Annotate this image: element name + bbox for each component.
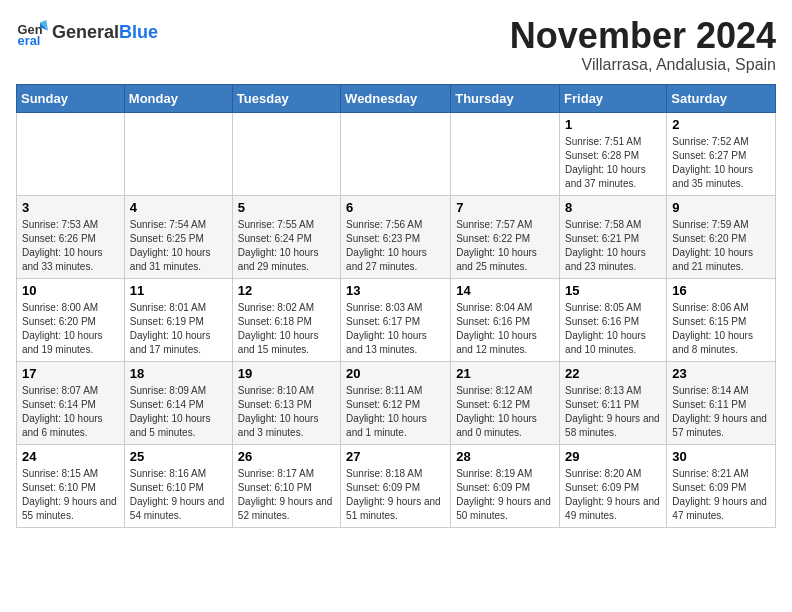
day-number: 24: [22, 449, 119, 464]
calendar-week-row: 3Sunrise: 7:53 AM Sunset: 6:26 PM Daylig…: [17, 195, 776, 278]
day-info: Sunrise: 8:02 AM Sunset: 6:18 PM Dayligh…: [238, 301, 335, 357]
day-number: 1: [565, 117, 661, 132]
day-info: Sunrise: 7:53 AM Sunset: 6:26 PM Dayligh…: [22, 218, 119, 274]
day-info: Sunrise: 8:21 AM Sunset: 6:09 PM Dayligh…: [672, 467, 770, 523]
day-info: Sunrise: 7:51 AM Sunset: 6:28 PM Dayligh…: [565, 135, 661, 191]
day-info: Sunrise: 8:03 AM Sunset: 6:17 PM Dayligh…: [346, 301, 445, 357]
calendar-cell: 26Sunrise: 8:17 AM Sunset: 6:10 PM Dayli…: [232, 444, 340, 527]
calendar-cell: 20Sunrise: 8:11 AM Sunset: 6:12 PM Dayli…: [341, 361, 451, 444]
calendar-cell: 24Sunrise: 8:15 AM Sunset: 6:10 PM Dayli…: [17, 444, 125, 527]
day-info: Sunrise: 8:07 AM Sunset: 6:14 PM Dayligh…: [22, 384, 119, 440]
calendar-cell: 22Sunrise: 8:13 AM Sunset: 6:11 PM Dayli…: [560, 361, 667, 444]
day-number: 16: [672, 283, 770, 298]
calendar-cell: 9Sunrise: 7:59 AM Sunset: 6:20 PM Daylig…: [667, 195, 776, 278]
day-number: 10: [22, 283, 119, 298]
calendar-cell: 2Sunrise: 7:52 AM Sunset: 6:27 PM Daylig…: [667, 112, 776, 195]
day-info: Sunrise: 7:57 AM Sunset: 6:22 PM Dayligh…: [456, 218, 554, 274]
day-number: 5: [238, 200, 335, 215]
day-info: Sunrise: 8:16 AM Sunset: 6:10 PM Dayligh…: [130, 467, 227, 523]
logo: Gen eral GeneralBlue: [16, 16, 158, 48]
calendar-cell: 23Sunrise: 8:14 AM Sunset: 6:11 PM Dayli…: [667, 361, 776, 444]
logo-icon: Gen eral: [16, 16, 48, 48]
day-number: 11: [130, 283, 227, 298]
calendar-cell: [232, 112, 340, 195]
day-number: 18: [130, 366, 227, 381]
calendar-cell: 12Sunrise: 8:02 AM Sunset: 6:18 PM Dayli…: [232, 278, 340, 361]
day-number: 8: [565, 200, 661, 215]
day-info: Sunrise: 7:56 AM Sunset: 6:23 PM Dayligh…: [346, 218, 445, 274]
calendar-cell: 5Sunrise: 7:55 AM Sunset: 6:24 PM Daylig…: [232, 195, 340, 278]
calendar-cell: 6Sunrise: 7:56 AM Sunset: 6:23 PM Daylig…: [341, 195, 451, 278]
day-number: 21: [456, 366, 554, 381]
weekday-header: Tuesday: [232, 84, 340, 112]
day-number: 30: [672, 449, 770, 464]
calendar-cell: [124, 112, 232, 195]
day-info: Sunrise: 8:11 AM Sunset: 6:12 PM Dayligh…: [346, 384, 445, 440]
calendar-cell: 11Sunrise: 8:01 AM Sunset: 6:19 PM Dayli…: [124, 278, 232, 361]
day-number: 3: [22, 200, 119, 215]
day-number: 28: [456, 449, 554, 464]
page-header: Gen eral GeneralBlue November 2024 Villa…: [16, 16, 776, 74]
calendar-cell: 16Sunrise: 8:06 AM Sunset: 6:15 PM Dayli…: [667, 278, 776, 361]
calendar-cell: 29Sunrise: 8:20 AM Sunset: 6:09 PM Dayli…: [560, 444, 667, 527]
calendar-cell: 1Sunrise: 7:51 AM Sunset: 6:28 PM Daylig…: [560, 112, 667, 195]
day-info: Sunrise: 8:06 AM Sunset: 6:15 PM Dayligh…: [672, 301, 770, 357]
day-number: 7: [456, 200, 554, 215]
calendar-header: SundayMondayTuesdayWednesdayThursdayFrid…: [17, 84, 776, 112]
day-number: 15: [565, 283, 661, 298]
day-info: Sunrise: 8:05 AM Sunset: 6:16 PM Dayligh…: [565, 301, 661, 357]
calendar-cell: 27Sunrise: 8:18 AM Sunset: 6:09 PM Dayli…: [341, 444, 451, 527]
calendar-cell: 14Sunrise: 8:04 AM Sunset: 6:16 PM Dayli…: [451, 278, 560, 361]
day-info: Sunrise: 8:20 AM Sunset: 6:09 PM Dayligh…: [565, 467, 661, 523]
day-number: 12: [238, 283, 335, 298]
calendar-cell: 28Sunrise: 8:19 AM Sunset: 6:09 PM Dayli…: [451, 444, 560, 527]
day-number: 26: [238, 449, 335, 464]
day-number: 22: [565, 366, 661, 381]
weekday-header-row: SundayMondayTuesdayWednesdayThursdayFrid…: [17, 84, 776, 112]
calendar-week-row: 24Sunrise: 8:15 AM Sunset: 6:10 PM Dayli…: [17, 444, 776, 527]
calendar-table: SundayMondayTuesdayWednesdayThursdayFrid…: [16, 84, 776, 528]
calendar-body: 1Sunrise: 7:51 AM Sunset: 6:28 PM Daylig…: [17, 112, 776, 527]
day-number: 23: [672, 366, 770, 381]
calendar-week-row: 17Sunrise: 8:07 AM Sunset: 6:14 PM Dayli…: [17, 361, 776, 444]
day-number: 9: [672, 200, 770, 215]
location: Villarrasa, Andalusia, Spain: [510, 56, 776, 74]
calendar-cell: 18Sunrise: 8:09 AM Sunset: 6:14 PM Dayli…: [124, 361, 232, 444]
logo-blue-text: Blue: [119, 22, 158, 42]
day-number: 25: [130, 449, 227, 464]
day-number: 20: [346, 366, 445, 381]
calendar-cell: 19Sunrise: 8:10 AM Sunset: 6:13 PM Dayli…: [232, 361, 340, 444]
calendar-cell: 13Sunrise: 8:03 AM Sunset: 6:17 PM Dayli…: [341, 278, 451, 361]
day-number: 29: [565, 449, 661, 464]
calendar-cell: 7Sunrise: 7:57 AM Sunset: 6:22 PM Daylig…: [451, 195, 560, 278]
day-number: 17: [22, 366, 119, 381]
svg-text:eral: eral: [18, 33, 41, 48]
day-info: Sunrise: 8:12 AM Sunset: 6:12 PM Dayligh…: [456, 384, 554, 440]
day-info: Sunrise: 8:17 AM Sunset: 6:10 PM Dayligh…: [238, 467, 335, 523]
calendar-cell: [451, 112, 560, 195]
day-info: Sunrise: 7:55 AM Sunset: 6:24 PM Dayligh…: [238, 218, 335, 274]
weekday-header: Thursday: [451, 84, 560, 112]
calendar-week-row: 1Sunrise: 7:51 AM Sunset: 6:28 PM Daylig…: [17, 112, 776, 195]
day-number: 14: [456, 283, 554, 298]
day-info: Sunrise: 8:18 AM Sunset: 6:09 PM Dayligh…: [346, 467, 445, 523]
day-info: Sunrise: 7:52 AM Sunset: 6:27 PM Dayligh…: [672, 135, 770, 191]
calendar-cell: 3Sunrise: 7:53 AM Sunset: 6:26 PM Daylig…: [17, 195, 125, 278]
weekday-header: Friday: [560, 84, 667, 112]
calendar-cell: [17, 112, 125, 195]
day-info: Sunrise: 8:13 AM Sunset: 6:11 PM Dayligh…: [565, 384, 661, 440]
day-number: 27: [346, 449, 445, 464]
weekday-header: Sunday: [17, 84, 125, 112]
day-info: Sunrise: 8:10 AM Sunset: 6:13 PM Dayligh…: [238, 384, 335, 440]
calendar-week-row: 10Sunrise: 8:00 AM Sunset: 6:20 PM Dayli…: [17, 278, 776, 361]
day-info: Sunrise: 7:59 AM Sunset: 6:20 PM Dayligh…: [672, 218, 770, 274]
weekday-header: Monday: [124, 84, 232, 112]
calendar-cell: [341, 112, 451, 195]
weekday-header: Wednesday: [341, 84, 451, 112]
day-number: 2: [672, 117, 770, 132]
day-info: Sunrise: 8:15 AM Sunset: 6:10 PM Dayligh…: [22, 467, 119, 523]
calendar-cell: 25Sunrise: 8:16 AM Sunset: 6:10 PM Dayli…: [124, 444, 232, 527]
day-info: Sunrise: 8:09 AM Sunset: 6:14 PM Dayligh…: [130, 384, 227, 440]
month-title: November 2024: [510, 16, 776, 56]
calendar-cell: 21Sunrise: 8:12 AM Sunset: 6:12 PM Dayli…: [451, 361, 560, 444]
